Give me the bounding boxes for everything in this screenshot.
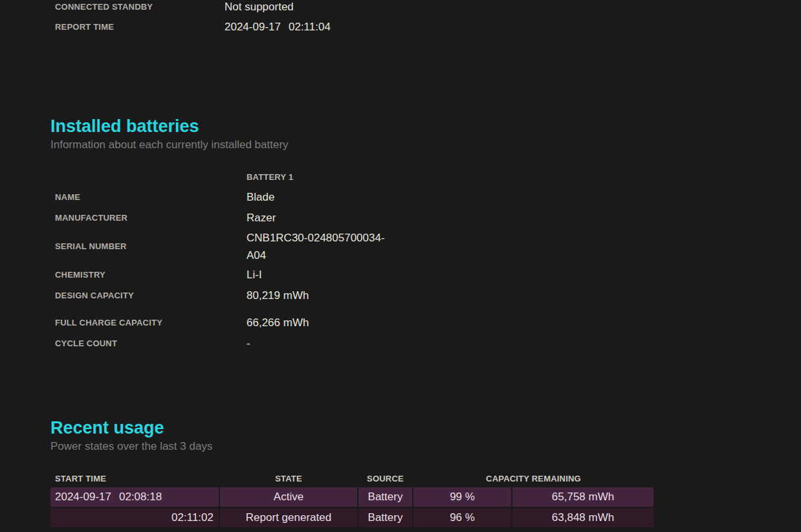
usage-row2-start-time: 02:11:02 xyxy=(50,508,219,527)
info-row-report-time: REPORT TIME 2024-09-1702:11:04 xyxy=(55,17,331,37)
usage-row1-date: 2024-09-17 xyxy=(55,491,111,503)
battery-row-cycle-count: CYCLE COUNT - xyxy=(50,333,439,354)
info-row-connected-standby: CONNECTED STANDBY Not supported xyxy=(55,0,331,17)
manufacturer-value: Razer xyxy=(247,208,402,228)
usage-row1-state: Active xyxy=(220,487,357,507)
usage-row2-percent: 96 % xyxy=(413,508,511,527)
usage-header-source: SOURCE xyxy=(358,472,412,486)
usage-header-state: STATE xyxy=(220,472,357,486)
recent-usage-subtitle: Power states over the last 3 days xyxy=(50,439,212,454)
chemistry-label: CHEMISTRY xyxy=(55,265,247,285)
report-time-date: 2024-09-17 xyxy=(225,21,281,33)
connected-standby-value: Not supported xyxy=(225,0,294,17)
battery-row-serial-number: SERIAL NUMBER CNB1RC30-024805700034-A04 xyxy=(50,228,439,265)
cycle-count-label: CYCLE COUNT xyxy=(55,333,247,354)
battery-row-full-charge-capacity: FULL CHARGE CAPACITY 66,266 mWh xyxy=(50,313,439,333)
chemistry-value: Li-I xyxy=(247,265,402,285)
system-info-section: CONNECTED STANDBY Not supported REPORT T… xyxy=(55,0,331,37)
serial-number-label: SERIAL NUMBER xyxy=(55,236,247,257)
usage-row1-source: Battery xyxy=(358,487,412,507)
battery-info-table: BATTERY 1 NAME Blade MANUFACTURER Razer … xyxy=(50,167,439,354)
battery-row-manufacturer: MANUFACTURER Razer xyxy=(50,208,439,228)
recent-usage-title: Recent usage xyxy=(50,418,164,438)
full-charge-capacity-label: FULL CHARGE CAPACITY xyxy=(55,313,247,333)
usage-row2-source: Battery xyxy=(358,508,412,527)
usage-row1-time: 02:08:18 xyxy=(119,491,162,503)
battery-table-spacer xyxy=(50,306,439,313)
battery-row-chemistry: CHEMISTRY Li-I xyxy=(50,265,439,285)
design-capacity-value: 80,219 mWh xyxy=(247,285,402,306)
serial-number-value: CNB1RC30-024805700034-A04 xyxy=(247,229,394,264)
usage-row1-capacity: 65,758 mWh xyxy=(512,487,653,507)
report-time-value: 2024-09-1702:11:04 xyxy=(225,17,331,37)
manufacturer-label: MANUFACTURER xyxy=(55,208,247,228)
usage-row2-capacity: 63,848 mWh xyxy=(512,508,653,527)
battery-row-name: NAME Blade xyxy=(50,187,439,208)
connected-standby-label: CONNECTED STANDBY xyxy=(55,0,225,17)
full-charge-capacity-value: 66,266 mWh xyxy=(247,313,402,333)
usage-row1-start-time: 2024-09-1702:08:18 xyxy=(50,487,219,507)
usage-row1-percent: 99 % xyxy=(413,487,511,507)
battery-table-header-row: BATTERY 1 xyxy=(50,167,439,187)
installed-batteries-subtitle: Information about each currently install… xyxy=(50,137,289,153)
cycle-count-value: - xyxy=(247,333,402,354)
battery-row-design-capacity: DESIGN CAPACITY 80,219 mWh xyxy=(50,285,439,306)
report-time-label: REPORT TIME xyxy=(55,17,225,37)
usage-header-capacity-remaining: CAPACITY REMAINING xyxy=(413,472,653,486)
recent-usage-table: START TIME STATE SOURCE CAPACITY REMAINI… xyxy=(50,472,653,527)
report-time-time: 02:11:04 xyxy=(289,21,331,33)
usage-header-start-time: START TIME xyxy=(50,472,219,486)
installed-batteries-title: Installed batteries xyxy=(50,116,199,136)
name-label: NAME xyxy=(55,187,247,208)
name-value: Blade xyxy=(247,187,402,208)
usage-row2-state: Report generated xyxy=(220,508,357,527)
design-capacity-label: DESIGN CAPACITY xyxy=(55,285,247,306)
battery-1-column-header: BATTERY 1 xyxy=(247,167,293,187)
